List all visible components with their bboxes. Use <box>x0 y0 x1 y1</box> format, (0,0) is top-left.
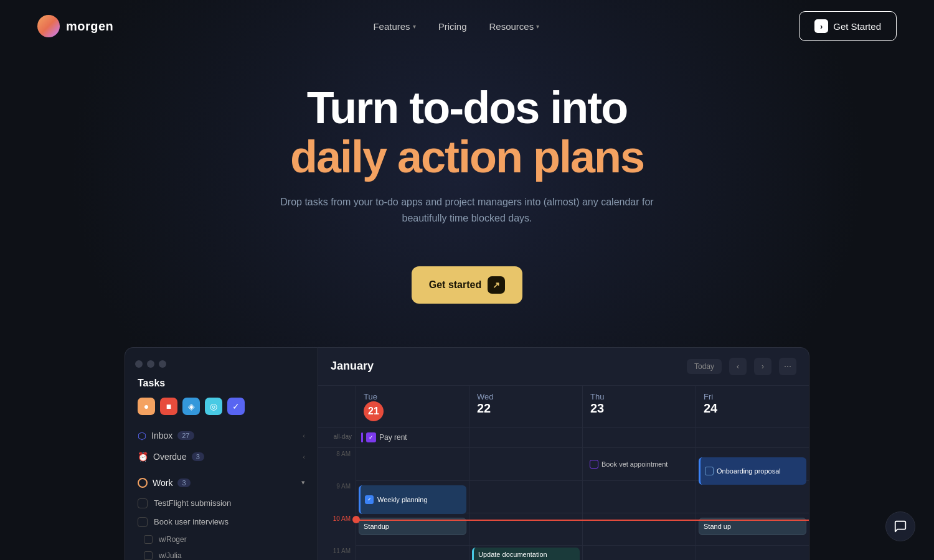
sub-checkbox-1[interactable] <box>144 535 153 544</box>
allday-cell-tue: ✓ Pay rent <box>356 428 469 447</box>
tasks-content: ⬡ Inbox 27 ‹ ⏰ Overdue 3 ‹ Work 3 ▾ <box>125 425 318 560</box>
time-col-header <box>318 386 356 427</box>
features-chevron-icon: ▾ <box>413 23 416 30</box>
time-11am: 11 AM <box>318 545 356 560</box>
arrow-icon: › <box>814 19 828 33</box>
chat-button[interactable] <box>885 511 915 541</box>
day-header-fri: Fri 24 <box>696 386 809 427</box>
inbox-badge: 27 <box>177 431 194 440</box>
nav-resources[interactable]: Resources ▾ <box>480 16 548 37</box>
logo-icon <box>37 15 60 37</box>
hour-line-fri-2 <box>696 513 809 513</box>
thursday-column: Book vet appointment Twitch stream <box>582 448 696 560</box>
allday-row: all-day ✓ Pay rent <box>318 428 809 448</box>
day-header-wed: Wed 22 <box>469 386 582 427</box>
get-started-button[interactable]: › Get Started <box>799 11 897 41</box>
task-checkbox-2[interactable] <box>138 517 148 527</box>
dot-yellow <box>147 360 154 368</box>
event-weekly-check-icon: ✓ <box>365 495 374 504</box>
hour-line-fri-3 <box>696 545 809 546</box>
hero-cta-button[interactable]: Get started ↗ <box>412 266 522 304</box>
allday-event-pay-rent[interactable]: ✓ Pay rent <box>361 432 407 442</box>
time-10am: 10 AM <box>318 513 356 545</box>
time-slots: 8 AM 9 AM 10 AM 11 AM 12 PM 1 PM <box>318 448 356 560</box>
tasks-panel-title: Tasks <box>125 378 318 398</box>
time-8am: 8 AM <box>318 448 356 480</box>
event-check-icon: ✓ <box>366 432 376 442</box>
app-preview: Tasks ● ■ ◈ ◎ ✓ ⬡ Inbox 27 ‹ ⏰ Overdue 3… <box>125 347 809 560</box>
task-item-interviews[interactable]: Book user interviews <box>138 513 305 531</box>
work-header[interactable]: Work 3 ▾ <box>138 472 305 494</box>
calendar-panel: January Today ‹ › ⋯ Tue 21 Wed 22 Thu 23… <box>318 347 809 560</box>
hour-line-1 <box>356 480 469 481</box>
allday-cell-fri <box>696 428 809 447</box>
nav-features[interactable]: Features ▾ <box>364 16 424 37</box>
event-weekly-planning[interactable]: ✓ Weekly planning <box>359 485 466 514</box>
inbox-icon: ⬡ <box>138 430 146 442</box>
nav-pricing[interactable]: Pricing <box>430 16 476 37</box>
hero-title-line2: daily action plans <box>12 133 922 182</box>
hero-section: Turn to-dos into daily action plans Drop… <box>0 52 934 322</box>
event-dot-icon <box>361 432 363 442</box>
resources-chevron-icon: ▾ <box>536 23 539 30</box>
time-9am: 9 AM <box>318 480 356 513</box>
work-expand-icon: ▾ <box>301 478 305 487</box>
app-icon-2: ■ <box>160 398 177 415</box>
allday-cell-thu <box>582 428 696 447</box>
today-button[interactable]: Today <box>687 359 722 374</box>
sub-task-julia[interactable]: w/Julia <box>138 548 305 560</box>
overdue-chevron: ‹ <box>303 453 305 460</box>
logo[interactable]: morgen <box>37 15 113 37</box>
overdue-badge: 3 <box>192 452 204 461</box>
window-controls <box>125 360 318 378</box>
event-update-doc[interactable]: Update documentation <box>472 548 580 560</box>
hero-title-line1: Turn to-dos into <box>12 83 922 133</box>
inbox-chevron: ‹ <box>303 432 305 439</box>
friday-column: Onboarding proposal Stand up <box>696 448 809 560</box>
wednesday-column: Update documentation <box>469 448 582 560</box>
calendar-body: 8 AM 9 AM 10 AM 11 AM 12 PM 1 PM ✓ Weekl… <box>318 448 809 560</box>
calendar-day-headers: Tue 21 Wed 22 Thu 23 Fri 24 <box>318 386 809 428</box>
task-checkbox-1[interactable] <box>138 498 148 508</box>
hour-line-wed-3 <box>469 545 582 546</box>
overdue-header[interactable]: ⏰ Overdue 3 ‹ <box>138 447 305 467</box>
hour-line-thu-1 <box>583 480 696 481</box>
hour-line-thu-2 <box>583 513 696 513</box>
dot-green <box>159 360 166 368</box>
event-onboarding[interactable]: Onboarding proposal <box>699 457 806 485</box>
app-icon-5: ✓ <box>227 398 245 415</box>
task-item-testflight[interactable]: TestFlight submission <box>138 494 305 513</box>
hero-subtitle: Drop tasks from your to-do apps and proj… <box>265 194 669 226</box>
nav-links: Features ▾ Pricing Resources ▾ <box>364 16 548 37</box>
sub-task-roger[interactable]: w/Roger <box>138 531 305 548</box>
app-icon-4: ◎ <box>205 398 222 415</box>
sub-checkbox-2[interactable] <box>144 551 153 560</box>
current-time-line <box>356 520 809 521</box>
tasks-panel: Tasks ● ■ ◈ ◎ ✓ ⬡ Inbox 27 ‹ ⏰ Overdue 3… <box>125 347 318 560</box>
vet-checkbox-icon <box>590 460 598 469</box>
hour-line-thu-3 <box>583 545 696 546</box>
more-button[interactable]: ⋯ <box>779 358 796 375</box>
navbar: morgen Features ▾ Pricing Resources ▾ › … <box>0 0 934 52</box>
app-icon-1: ● <box>138 398 155 415</box>
cta-arrow-icon: ↗ <box>488 276 505 294</box>
allday-label: all-day <box>318 428 356 447</box>
calendar-header: January Today ‹ › ⋯ <box>318 348 809 386</box>
prev-button[interactable]: ‹ <box>729 358 747 375</box>
next-button[interactable]: › <box>754 358 771 375</box>
inbox-header[interactable]: ⬡ Inbox 27 ‹ <box>138 425 305 447</box>
app-icon-3: ◈ <box>182 398 200 415</box>
day-header-thu: Thu 23 <box>582 386 696 427</box>
hour-line-wed-1 <box>469 480 582 481</box>
app-icons-row: ● ■ ◈ ◎ ✓ <box>125 398 318 425</box>
day-header-tue: Tue 21 <box>356 386 469 427</box>
hour-line-3 <box>356 545 469 546</box>
work-badge: 3 <box>177 478 190 487</box>
tuesday-column: ✓ Weekly planning Standup <box>356 448 469 560</box>
hour-line-wed-2 <box>469 513 582 513</box>
event-book-vet[interactable]: Book vet appointment <box>585 453 693 475</box>
onboarding-check-icon <box>705 467 714 475</box>
calendar-month: January <box>331 360 679 373</box>
dot-red <box>135 360 143 368</box>
brand-name: morgen <box>66 19 113 34</box>
